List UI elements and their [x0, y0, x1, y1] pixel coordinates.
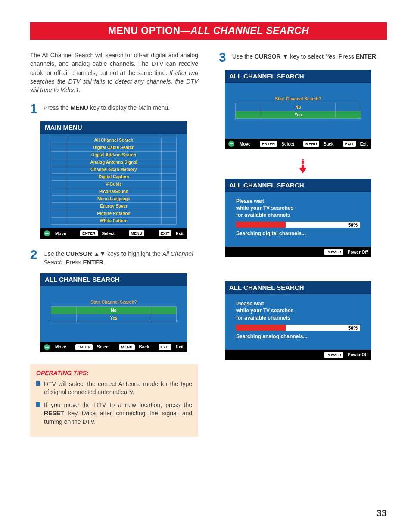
tv-main-menu-title: MAIN MENU [40, 121, 187, 134]
menu-key-hint: MENU [119, 344, 135, 350]
menu-key-hint: MENU [129, 230, 145, 236]
progress-percent: 50% [346, 325, 360, 330]
search-prompt: Start Channel Search? [235, 93, 361, 103]
exit-key-hint: EXIT [343, 141, 356, 147]
svg-rect-0 [302, 159, 304, 160]
operating-tips: OPERATING TIPS: DTV will select the corr… [30, 364, 198, 437]
main-menu-item[interactable]: White Pattern [66, 218, 161, 224]
tips-heading: OPERATING TIPS: [36, 370, 192, 376]
bullet-icon [36, 381, 40, 386]
option-yes[interactable]: Yes [77, 314, 151, 322]
tv-footer: Move ENTER Select MENU EXIT Exit [40, 228, 187, 239]
exit-key-hint: EXIT [159, 230, 171, 236]
tv-search-title: ALL CHANNEL SEARCH [40, 273, 187, 286]
main-menu-item[interactable]: Channel Scan Memory [66, 166, 161, 173]
main-menu-item[interactable]: Picture Rotation [66, 210, 161, 217]
tv-footer: Move ENTER Select MENU Back EXIT Exit [40, 342, 187, 352]
main-menu-list: All Channel Search Digital Cable Search … [51, 137, 177, 225]
tv-progress-title: ALL CHANNEL SEARCH [225, 179, 371, 192]
power-key-hint: POWER [324, 352, 343, 358]
main-menu-item[interactable]: All Channel Search [66, 137, 161, 144]
tip-item: If you move the DTV to a new location, p… [36, 401, 192, 426]
menu-key-hint: MENU [303, 141, 319, 147]
main-menu-item[interactable]: Digital Cable Search [66, 144, 161, 151]
svg-rect-2 [302, 162, 304, 164]
intro-paragraph: The All Channel Search will search for o… [30, 51, 198, 94]
main-menu-item[interactable]: V-Guide [66, 181, 161, 188]
search-options: No Yes [51, 306, 177, 322]
main-menu-item[interactable]: Digital Caption [66, 174, 161, 180]
tv-search-title: ALL CHANNEL SEARCH [225, 70, 371, 83]
banner-title: ALL CHANNEL SEARCH [190, 25, 309, 36]
step-1: 1 Press the MENU key to display the Main… [30, 102, 198, 115]
move-icon [228, 141, 234, 147]
enter-key-hint: ENTER [75, 344, 93, 350]
page-banner: MENU OPTION—ALL CHANNEL SEARCH [30, 22, 387, 40]
exit-key-hint: EXIT [159, 344, 171, 350]
enter-key-hint: ENTER [80, 230, 98, 236]
option-yes[interactable]: Yes [261, 111, 335, 118]
search-options: No Yes [235, 103, 361, 119]
search-prompt: Start Channel Search? [51, 296, 177, 306]
progress-status: Searching digital channels... [236, 230, 360, 236]
step-2: 2 Use the CURSOR ▲▼ keys to highlight th… [30, 248, 198, 267]
main-menu-item[interactable]: Analog Antenna Signal [66, 159, 161, 166]
arrow-down-icon [298, 159, 308, 174]
tip-item: DTV will select the correct Antenna mode… [36, 380, 192, 397]
enter-key-hint: ENTER [260, 141, 277, 147]
svg-marker-4 [299, 168, 307, 174]
main-menu-item[interactable]: Digital Add-on Search [66, 152, 161, 159]
move-icon [44, 344, 50, 350]
main-menu-item[interactable]: Menu Language [66, 196, 161, 202]
step-2-number: 2 [30, 248, 37, 267]
tv-search-no: ALL CHANNEL SEARCH Start Channel Search?… [40, 273, 187, 352]
power-key-hint: POWER [324, 249, 343, 255]
tv-progress-analog: ALL CHANNEL SEARCH Please wait while you… [225, 281, 371, 360]
svg-rect-1 [302, 161, 304, 162]
step-3: 3 Use the CURSOR ▼ key to select Yes. Pr… [219, 51, 387, 64]
move-icon [44, 230, 50, 236]
bullet-icon [36, 402, 40, 407]
main-menu-item[interactable]: Energy Saver [66, 203, 161, 210]
main-menu-item[interactable]: Picture/Sound [66, 188, 161, 195]
progress-percent: 50% [346, 222, 360, 227]
option-no[interactable]: No [77, 307, 151, 314]
tv-footer: POWER Power Off [225, 247, 371, 257]
tv-search-yes: ALL CHANNEL SEARCH Start Channel Search?… [225, 70, 371, 149]
tv-footer: POWER Power Off [225, 350, 371, 360]
step-3-number: 3 [219, 51, 226, 64]
tv-progress-title: ALL CHANNEL SEARCH [225, 281, 371, 294]
page-number: 33 [377, 508, 387, 519]
progress-status: Searching analog channels... [236, 333, 360, 339]
progress-bar: 50% [236, 325, 360, 331]
svg-rect-3 [302, 165, 304, 168]
tv-footer: Move ENTER Select MENU Back EXIT Exit [225, 139, 371, 149]
tv-progress-digital: ALL CHANNEL SEARCH Please wait while you… [225, 179, 371, 258]
progress-bar: 50% [236, 222, 360, 228]
tv-main-menu: MAIN MENU All Channel Search Digital Cab… [40, 121, 187, 239]
option-no[interactable]: No [261, 103, 335, 111]
banner-prefix: MENU OPTION— [108, 25, 190, 36]
step-1-number: 1 [30, 102, 37, 115]
